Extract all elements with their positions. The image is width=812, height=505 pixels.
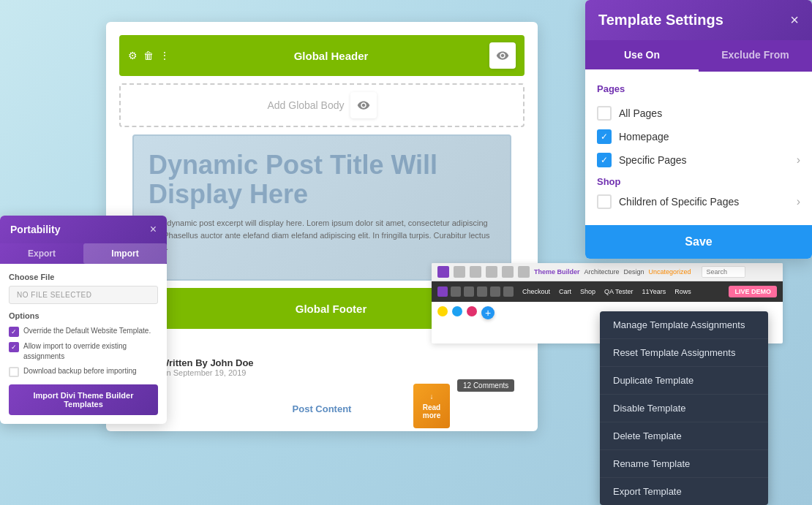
portability-tab-import[interactable]: Import (83, 243, 167, 264)
ts-row-homepage[interactable]: ✓ Homepage (597, 125, 800, 148)
read-more-button[interactable]: ↓ Read more (413, 384, 450, 428)
body-row-label: Add Global Body (267, 99, 344, 111)
portability-header: Portability × (0, 216, 167, 243)
architecture-label: Architecture (584, 268, 620, 276)
demo-menu-add[interactable] (437, 286, 448, 297)
demo-nav-bar: Theme Builder Architecture Design Uncate… (432, 263, 783, 281)
dynamic-post-title: Dynamic Post Title Will Display Here (149, 151, 495, 208)
option-override-check[interactable]: ✓ (9, 327, 19, 337)
add-row-button[interactable]: + (481, 306, 495, 319)
demo-live-button[interactable]: LIVE DEMO (729, 286, 777, 297)
demo-info-icon[interactable] (470, 266, 481, 278)
demo-menu-set3[interactable] (477, 286, 487, 297)
twitter-social-icon[interactable] (452, 306, 462, 316)
instagram-social-icon[interactable] (467, 306, 477, 316)
post-content-link[interactable]: Post Content (106, 398, 538, 420)
portability-body: Choose File NO FILE SELECTED Options ✓ O… (0, 264, 167, 424)
option-override: ✓ Override the Default Website Template. (9, 326, 158, 337)
trash-icon-header[interactable]: 🗑 (143, 50, 154, 61)
menu-delete[interactable]: Delete Template (600, 422, 768, 450)
ts-row-all-pages[interactable]: All Pages (597, 102, 800, 125)
visibility-toggle-header[interactable] (489, 42, 516, 69)
author-info: Written By John Doe On September 19, 201… (160, 357, 525, 377)
demo-menu-set1[interactable] (451, 286, 461, 297)
ts-row-children-specific[interactable]: Children of Specific Pages › (597, 190, 800, 213)
portability-tab-export[interactable]: Export (0, 243, 83, 264)
menu-reset-assignments[interactable]: Reset Template Assignments (600, 339, 768, 367)
children-specific-arrow[interactable]: › (797, 195, 800, 208)
import-button[interactable]: Import Divi Theme Builder Templates (9, 384, 158, 415)
theme-builder-label: Theme Builder (534, 268, 580, 276)
author-date: On September 19, 2019 (160, 368, 525, 377)
ts-row-specific-pages[interactable]: ✓ Specific Pages › (597, 148, 800, 172)
demo-add-icon[interactable] (437, 266, 449, 278)
menu-duplicate[interactable]: Duplicate Template (600, 367, 768, 395)
read-more-label: Read more (419, 403, 444, 419)
ts-checkbox-all-pages[interactable] (597, 106, 612, 121)
option-override-label: Override the Default Website Template. (23, 326, 151, 336)
demo-grid-icon[interactable] (518, 266, 530, 278)
ts-label-homepage: Homepage (619, 131, 800, 143)
portability-tabs: Export Import (0, 243, 167, 264)
demo-dots-icon[interactable] (502, 266, 514, 278)
template-settings-panel: Template Settings × Use On Exclude From … (585, 0, 812, 259)
visibility-toggle-body[interactable] (350, 92, 377, 118)
specific-pages-arrow[interactable]: › (797, 153, 800, 167)
menu-manage-assignments[interactable]: Manage Template Assignments (600, 311, 768, 339)
portability-close-button[interactable]: × (150, 223, 157, 236)
author-name: Written By John Doe (160, 357, 525, 368)
demo-menu-set5[interactable] (503, 286, 514, 297)
settings-icon-header[interactable]: ⚙ (128, 50, 138, 61)
demo-menu-set4[interactable] (490, 286, 500, 297)
ts-tab-exclude-from[interactable]: Exclude From (699, 40, 812, 72)
portability-title: Portability (10, 224, 60, 235)
option-download-backup-check[interactable] (9, 367, 19, 377)
template-row-body[interactable]: Add Global Body (119, 83, 525, 127)
ts-header: Template Settings × (585, 0, 812, 40)
file-input-display[interactable]: NO FILE SELECTED (9, 286, 158, 304)
design-label: Design (624, 268, 644, 276)
comments-badge[interactable]: 12 Comments (457, 379, 514, 392)
pages-section-label: Pages (597, 83, 800, 94)
demo-qa-tester[interactable]: QA Tester (604, 288, 633, 295)
ts-title: Template Settings (598, 12, 723, 29)
ts-body: Pages All Pages ✓ Homepage ✓ Specific Pa… (585, 72, 812, 222)
option-allow-import-label: Allow import to override existing assign… (23, 341, 158, 362)
facebook-social-icon[interactable] (437, 306, 448, 316)
demo-rows[interactable]: Rows (674, 288, 691, 295)
dots-icon-header[interactable]: ⋮ (159, 50, 170, 61)
demo-search-input[interactable] (702, 266, 745, 278)
ts-close-button[interactable]: × (790, 12, 799, 29)
ts-checkbox-children-specific[interactable] (597, 194, 612, 209)
ts-label-children-specific: Children of Specific Pages (619, 196, 789, 208)
ts-save-button[interactable]: Save (585, 225, 812, 259)
ts-tab-use-on[interactable]: Use On (585, 40, 699, 72)
demo-settings-icon[interactable] (454, 266, 465, 278)
option-download-backup-label: Download backup before importing (23, 366, 137, 376)
ts-label-specific-pages: Specific Pages (619, 154, 789, 166)
demo-cart[interactable]: Cart (559, 288, 571, 295)
demo-11years[interactable]: 11Years (642, 288, 666, 295)
demo-menu-set2[interactable] (464, 286, 474, 297)
menu-rename[interactable]: Rename Template (600, 450, 768, 478)
menu-export[interactable]: Export Template (600, 478, 768, 505)
uncategorized-label: Uncategorized (649, 268, 691, 276)
ts-checkbox-specific-pages[interactable]: ✓ (597, 153, 612, 167)
option-allow-import: ✓ Allow import to override existing assi… (9, 341, 158, 362)
ts-checkbox-homepage[interactable]: ✓ (597, 129, 612, 144)
ts-tabs: Use On Exclude From (585, 40, 812, 72)
dynamic-content-block: Dynamic Post Title Will Display Here You… (132, 134, 511, 281)
demo-more-icon[interactable] (486, 266, 497, 278)
demo-shop[interactable]: Shop (580, 288, 595, 295)
shop-section-label: Shop (597, 176, 800, 187)
file-section-label: Choose File (9, 273, 158, 281)
option-allow-import-check[interactable]: ✓ (9, 342, 19, 352)
template-row-header[interactable]: ⚙ 🗑 ⋮ Global Header (119, 35, 525, 76)
dynamic-post-excerpt: Your dynamic post excerpt will display h… (149, 217, 495, 254)
menu-disable[interactable]: Disable Template (600, 395, 768, 422)
context-menu: Manage Template Assignments Reset Templa… (600, 311, 768, 505)
builder-card: ⚙ 🗑 ⋮ Global Header Add Global Body Dyna… (106, 22, 538, 431)
demo-checkout[interactable]: Checkout (522, 288, 550, 295)
options-title: Options (9, 311, 158, 320)
read-more-arrow: ↓ (430, 392, 434, 400)
